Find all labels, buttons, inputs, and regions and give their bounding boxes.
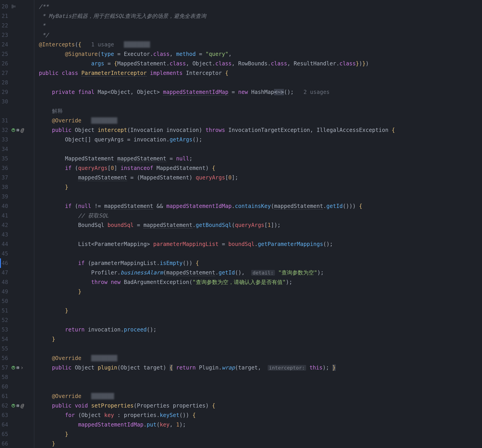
line-number[interactable]: 33: [0, 135, 11, 144]
override-method-icon[interactable]: [11, 404, 15, 408]
code-line[interactable]: throw new BadArgumentException("查询参数为空，请…: [34, 277, 482, 287]
code-line[interactable]: [34, 230, 482, 239]
line-number[interactable]: 38: [0, 182, 11, 192]
code-area[interactable]: /** * MyBatis拦截器，用于拦截SQL查询无入参的场景，避免全表查询 …: [34, 0, 482, 448]
code-line[interactable]: mappedStatement = (MappedStatement) quer…: [34, 173, 482, 182]
code-line[interactable]: }: [34, 287, 482, 296]
code-line[interactable]: if (null != mappedStatement && mappedSta…: [34, 201, 482, 211]
line-number[interactable]: 54: [0, 334, 11, 344]
code-line[interactable]: @Override ████████: [34, 353, 482, 363]
code-line[interactable]: @Intercepts({ 1 usage ████████: [34, 40, 482, 49]
line-number[interactable]: 43: [0, 230, 11, 239]
code-line[interactable]: [34, 249, 482, 258]
code-line[interactable]: @Override ███████: [34, 392, 482, 401]
code-line[interactable]: [34, 97, 482, 106]
line-number[interactable]: 31: [0, 116, 11, 125]
code-line[interactable]: private final Map<Object, Object> mapped…: [34, 87, 482, 97]
line-number[interactable]: 51: [0, 306, 11, 315]
line-number[interactable]: 47: [0, 268, 11, 277]
line-number[interactable]: 42: [0, 220, 11, 230]
paragraph-icon[interactable]: ⊫: [11, 2, 16, 11]
code-line[interactable]: public Object plugin(Object target) { re…: [34, 363, 482, 372]
implements-icon[interactable]: I: [16, 404, 20, 408]
line-number[interactable]: 49: [0, 287, 11, 296]
line-number[interactable]: 53: [0, 325, 11, 334]
code-line[interactable]: }: [34, 334, 482, 344]
line-number[interactable]: 39: [0, 192, 11, 201]
implements-icon[interactable]: I: [16, 366, 20, 370]
line-number[interactable]: 65: [0, 429, 11, 439]
line-number[interactable]: 22: [0, 21, 11, 30]
line-number[interactable]: 32: [0, 125, 11, 135]
code-line[interactable]: [34, 372, 482, 382]
line-number[interactable]: 37: [0, 173, 11, 182]
line-number[interactable]: 46: [0, 258, 11, 268]
line-number[interactable]: 29: [0, 87, 11, 97]
code-line[interactable]: /**: [34, 2, 482, 11]
line-number[interactable]: 52: [0, 315, 11, 325]
line-number[interactable]: 26: [0, 59, 11, 68]
code-line[interactable]: *: [34, 21, 482, 30]
line-number[interactable]: 60: [0, 382, 11, 392]
code-line[interactable]: if (parameterMappingList.isEmpty()) {: [34, 258, 482, 268]
line-number[interactable]: 27: [0, 68, 11, 78]
code-line[interactable]: * MyBatis拦截器，用于拦截SQL查询无入参的场景，避免全表查询: [34, 11, 482, 21]
override-method-icon[interactable]: [11, 128, 15, 132]
code-line[interactable]: public void setProperties(Properties pro…: [34, 401, 482, 410]
code-line[interactable]: }: [34, 439, 482, 448]
implements-icon[interactable]: I: [16, 128, 20, 132]
line-number[interactable]: 45: [0, 249, 11, 258]
line-number[interactable]: 63: [0, 410, 11, 420]
code-line[interactable]: MappedStatement mappedStatement = null;: [34, 154, 482, 163]
line-number[interactable]: 58: [0, 372, 11, 382]
code-line[interactable]: [34, 78, 482, 87]
code-line[interactable]: 解释: [34, 106, 482, 116]
code-line[interactable]: [34, 315, 482, 325]
code-line[interactable]: @Override ████████: [34, 116, 482, 125]
code-line[interactable]: Profiler.businessAlarm(mappedStatement.g…: [34, 268, 482, 277]
line-number[interactable]: 56: [0, 353, 11, 363]
code-line[interactable]: }: [34, 182, 482, 192]
line-number[interactable]: 62: [0, 401, 11, 410]
code-line[interactable]: [34, 382, 482, 392]
line-number[interactable]: 24: [0, 40, 11, 49]
line-number[interactable]: 34: [0, 144, 11, 154]
line-number[interactable]: 66: [0, 439, 11, 448]
override-method-icon[interactable]: [11, 366, 15, 370]
line-number[interactable]: 40: [0, 201, 11, 211]
line-number[interactable]: 21: [0, 11, 11, 21]
line-number[interactable]: 44: [0, 239, 11, 249]
code-line[interactable]: @Signature(type = Executor.class, method…: [34, 49, 482, 59]
line-number[interactable]: 61: [0, 392, 11, 401]
code-line[interactable]: BoundSql boundSql = mappedStatement.getB…: [34, 220, 482, 230]
code-line[interactable]: mappedStatementIdMap.put(key, 1);: [34, 420, 482, 429]
code-line[interactable]: return invocation.proceed();: [34, 325, 482, 334]
code-line[interactable]: Object[] queryArgs = invocation.getArgs(…: [34, 135, 482, 144]
code-line[interactable]: args = {MappedStatement.class, Object.cl…: [34, 59, 482, 68]
line-number[interactable]: 50: [0, 296, 11, 306]
line-number[interactable]: 23: [0, 30, 11, 40]
line-number[interactable]: 48: [0, 277, 11, 287]
line-number[interactable]: 36: [0, 163, 11, 173]
suppress-icon[interactable]: @: [20, 401, 23, 410]
line-number[interactable]: 28: [0, 78, 11, 87]
code-line[interactable]: public class ParameterInterceptor implem…: [34, 68, 482, 78]
code-line[interactable]: }: [34, 429, 482, 439]
code-line[interactable]: [34, 344, 482, 353]
code-line[interactable]: public Object intercept(Invocation invoc…: [34, 125, 482, 135]
code-line[interactable]: */: [34, 30, 482, 40]
code-line[interactable]: [34, 144, 482, 154]
code-line[interactable]: // 获取SQL: [34, 211, 482, 220]
line-number[interactable]: 30: [0, 97, 11, 106]
code-editor[interactable]: 20⊫212223242526272829303132I@33343536373…: [0, 0, 482, 448]
code-line[interactable]: [34, 192, 482, 201]
line-number[interactable]: 41: [0, 211, 11, 220]
line-number[interactable]: 20: [0, 2, 11, 11]
line-number[interactable]: 25: [0, 49, 11, 59]
line-number[interactable]: 35: [0, 154, 11, 163]
code-line[interactable]: for (Object key : properties.keySet()) {: [34, 410, 482, 420]
line-number[interactable]: 57: [0, 363, 11, 372]
code-line[interactable]: if (queryArgs[0] instanceof MappedStatem…: [34, 163, 482, 173]
code-line[interactable]: }: [34, 306, 482, 315]
code-line[interactable]: [34, 296, 482, 306]
